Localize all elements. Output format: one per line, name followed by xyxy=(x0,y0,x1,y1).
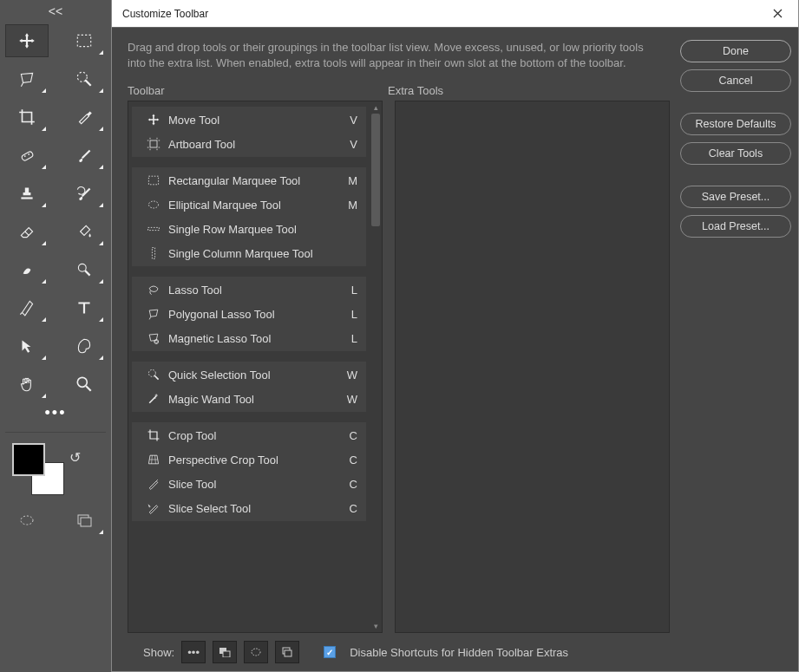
shape-tool-button[interactable] xyxy=(62,329,106,362)
cancel-button[interactable]: Cancel xyxy=(680,69,791,92)
scroll-up-icon[interactable]: ▴ xyxy=(370,101,382,114)
swap-colors-icon[interactable]: ↺ xyxy=(69,449,81,466)
healing-tool-button[interactable] xyxy=(5,139,49,172)
tool-group[interactable]: Lasso ToolLPolygonal Lasso ToolLMagnetic… xyxy=(132,277,366,351)
artboard-icon xyxy=(144,136,163,152)
done-button[interactable]: Done xyxy=(680,40,791,62)
tool-row[interactable]: Rectangular Marquee ToolM xyxy=(132,168,366,192)
show-swatches-button[interactable] xyxy=(213,641,237,663)
tool-row-label: Crop Tool xyxy=(163,429,344,442)
restore-defaults-button[interactable]: Restore Defaults xyxy=(680,113,791,135)
hand-tool-button[interactable] xyxy=(5,368,49,401)
crop-tool-button[interactable] xyxy=(5,101,49,134)
load-preset-button[interactable]: Load Preset... xyxy=(680,215,791,238)
lists-column: Drag and drop tools or their groupings i… xyxy=(128,40,670,671)
marquee-rect-icon xyxy=(144,173,163,188)
svg-point-13 xyxy=(148,201,158,208)
crop-icon xyxy=(144,427,163,443)
quick-mask-button[interactable] xyxy=(5,504,49,537)
show-quickmask-button[interactable] xyxy=(244,641,268,663)
toolbar-divider xyxy=(5,432,106,433)
dialog-body: Drag and drop tools or their groupings i… xyxy=(112,28,798,671)
eraser-tool-button[interactable] xyxy=(5,215,49,248)
tool-row-shortcut: M xyxy=(344,174,357,187)
tool-row[interactable]: Perspective Crop ToolC xyxy=(132,447,366,472)
clear-tools-button[interactable]: Clear Tools xyxy=(680,142,791,165)
tool-row[interactable]: Slice ToolC xyxy=(132,472,366,496)
toolbar-collapse-button[interactable]: << xyxy=(5,2,106,21)
close-button[interactable] xyxy=(763,0,791,28)
tool-row[interactable]: Polygonal Lasso ToolL xyxy=(132,302,366,326)
quick-select-tool-button[interactable] xyxy=(62,62,106,95)
svg-point-6 xyxy=(78,264,86,271)
lasso-polygon-tool-button[interactable] xyxy=(5,62,49,95)
svg-rect-0 xyxy=(77,35,90,46)
tool-row-shortcut: C xyxy=(344,478,357,491)
lists-row: Move ToolVArtboard ToolVRectangular Marq… xyxy=(128,101,670,633)
list-headers: Toolbar Extra Tools xyxy=(128,84,670,97)
tool-group[interactable]: Quick Selection ToolWMagic Wand ToolW xyxy=(132,362,366,412)
tool-row-shortcut: V xyxy=(344,114,357,127)
stamp-tool-button[interactable] xyxy=(5,177,49,210)
slice-icon xyxy=(144,476,163,492)
screen-mode-button[interactable] xyxy=(62,504,106,537)
tool-row[interactable]: Move ToolV xyxy=(132,108,366,132)
save-preset-button[interactable]: Save Preset... xyxy=(680,186,791,208)
dialog-buttons-column: Done Cancel Restore Defaults Clear Tools… xyxy=(680,40,791,671)
foreground-color-swatch[interactable] xyxy=(12,443,45,476)
screen-mode-row xyxy=(5,504,106,544)
brush-tool-button[interactable] xyxy=(62,139,106,172)
disable-shortcuts-checkbox[interactable]: ✓ xyxy=(324,646,336,658)
move-tool-button[interactable] xyxy=(5,24,49,57)
tool-grid xyxy=(5,21,106,401)
extra-tools-panel[interactable] xyxy=(395,101,670,633)
dialog-title: Customize Toolbar xyxy=(122,8,208,20)
fg-bg-color-swatches[interactable] xyxy=(12,443,64,495)
magic-wand-icon xyxy=(144,391,163,407)
tool-row-label: Quick Selection Tool xyxy=(163,369,344,382)
tool-row-label: Artboard Tool xyxy=(163,138,344,151)
tool-row-label: Single Column Marquee Tool xyxy=(163,247,344,260)
svg-rect-5 xyxy=(21,197,32,199)
scrollbar-thumb[interactable] xyxy=(371,114,380,226)
tool-group[interactable]: Crop ToolCPerspective Crop ToolCSlice To… xyxy=(132,422,366,521)
tool-row-label: Lasso Tool xyxy=(163,284,344,297)
tool-row[interactable]: Magnetic Lasso ToolL xyxy=(132,326,366,350)
eyedropper-tool-button[interactable] xyxy=(62,101,106,134)
zoom-tool-button[interactable] xyxy=(62,368,106,401)
pen-tool-button[interactable] xyxy=(5,291,49,324)
path-select-tool-button[interactable] xyxy=(5,329,49,362)
disable-shortcuts-label: Disable Shortcuts for Hidden Toolbar Ext… xyxy=(350,646,568,659)
tool-row-label: Perspective Crop Tool xyxy=(163,453,344,466)
toolbar-overflow-button[interactable]: ••• xyxy=(5,404,106,421)
show-row: Show: ••• xyxy=(143,641,299,663)
svg-rect-10 xyxy=(81,518,91,526)
instructions-text: Drag and drop tools or their groupings i… xyxy=(128,40,657,70)
tool-row-shortcut: L xyxy=(344,308,357,321)
toolbar-list-scroll[interactable]: Move ToolVArtboard ToolVRectangular Marq… xyxy=(128,101,370,632)
toolbar-list-scrollbar[interactable]: ▴ ▾ xyxy=(370,101,382,632)
tool-row[interactable]: Elliptical Marquee ToolM xyxy=(132,192,366,217)
slice-select-icon xyxy=(144,500,163,516)
history-brush-tool-button[interactable] xyxy=(62,177,106,210)
marquee-rect-tool-button[interactable] xyxy=(62,24,106,57)
tool-group[interactable]: Rectangular Marquee ToolMElliptical Marq… xyxy=(132,167,366,266)
show-screenmode-button[interactable] xyxy=(275,641,299,663)
tool-group[interactable]: Move ToolVArtboard ToolV xyxy=(132,107,366,157)
type-tool-button[interactable] xyxy=(62,291,106,324)
tool-row[interactable]: Artboard ToolV xyxy=(132,132,366,156)
dodge-tool-button[interactable] xyxy=(62,253,106,286)
scroll-down-icon[interactable]: ▾ xyxy=(370,620,382,632)
show-overflow-button[interactable]: ••• xyxy=(181,641,206,663)
tool-row[interactable]: Lasso ToolL xyxy=(132,277,366,302)
tool-row-label: Rectangular Marquee Tool xyxy=(163,174,344,187)
tool-row[interactable]: Crop ToolC xyxy=(132,423,366,447)
tool-row[interactable]: Single Row Marquee Tool xyxy=(132,217,366,241)
paint-bucket-tool-button[interactable] xyxy=(62,215,106,248)
tool-row[interactable]: Quick Selection ToolW xyxy=(132,362,366,387)
tool-row[interactable]: Slice Select ToolC xyxy=(132,496,366,520)
move-icon xyxy=(144,112,163,127)
tool-row[interactable]: Single Column Marquee Tool xyxy=(132,241,366,265)
tool-row[interactable]: Magic Wand ToolW xyxy=(132,387,366,411)
smudge-tool-button[interactable] xyxy=(5,253,49,286)
